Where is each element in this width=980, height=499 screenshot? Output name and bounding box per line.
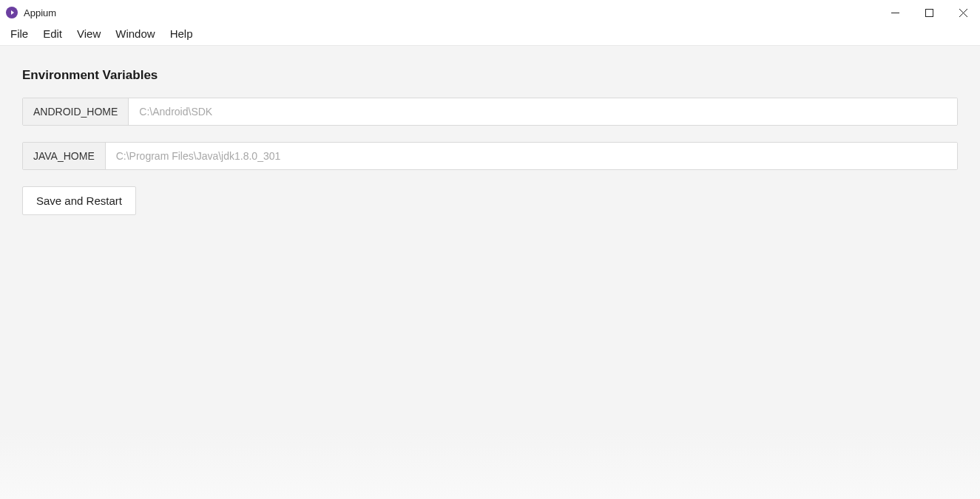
menu-file[interactable]: File [3, 24, 36, 43]
section-heading: Environment Variables [22, 68, 958, 83]
svg-rect-1 [925, 9, 933, 16]
close-button[interactable] [946, 0, 980, 25]
env-label-java-home: JAVA_HOME [23, 143, 106, 169]
menu-help[interactable]: Help [163, 24, 200, 43]
app-title: Appium [24, 7, 56, 18]
menu-view[interactable]: View [70, 24, 108, 43]
content-area: Environment Variables ANDROID_HOME JAVA_… [0, 46, 980, 499]
env-label-android-home: ANDROID_HOME [23, 98, 129, 125]
menubar: File Edit View Window Help [0, 25, 980, 46]
menu-window[interactable]: Window [108, 24, 162, 43]
minimize-icon [891, 9, 899, 17]
minimize-button[interactable] [878, 0, 912, 25]
titlebar-left: Appium [6, 7, 56, 18]
close-icon [959, 9, 967, 17]
env-row-java-home: JAVA_HOME [22, 142, 958, 170]
env-input-android-home[interactable] [129, 98, 957, 125]
menu-edit[interactable]: Edit [36, 24, 70, 43]
window-controls [878, 0, 980, 25]
titlebar: Appium [0, 0, 980, 25]
maximize-button[interactable] [912, 0, 946, 25]
env-row-android-home: ANDROID_HOME [22, 98, 958, 126]
app-icon [6, 7, 18, 18]
env-input-java-home[interactable] [106, 143, 957, 169]
maximize-icon [925, 9, 933, 17]
save-and-restart-button[interactable]: Save and Restart [22, 186, 136, 215]
